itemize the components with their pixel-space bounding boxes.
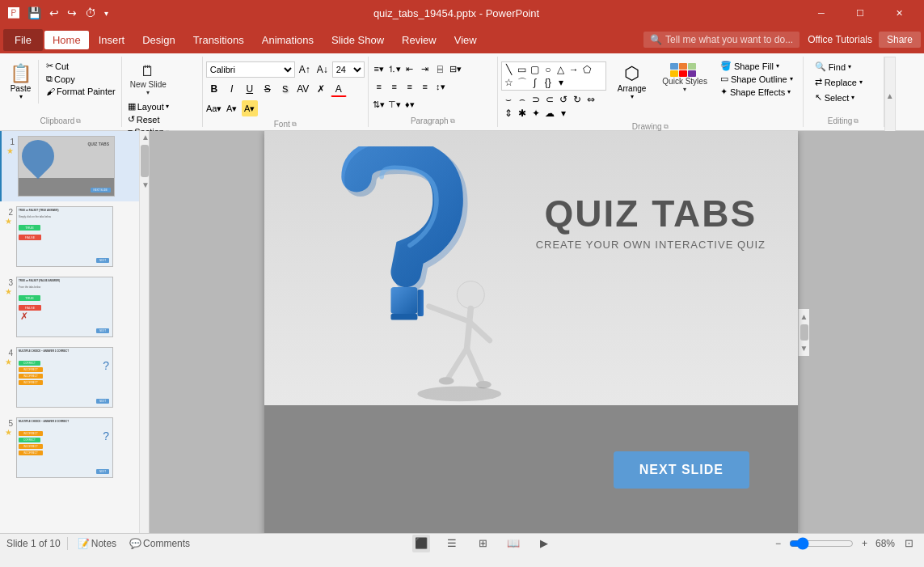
shape2-8[interactable]: ⇕ xyxy=(502,107,515,120)
shapes-expand-btn[interactable]: ▾ xyxy=(557,107,570,120)
shape-curve-btn[interactable]: ⌒ xyxy=(516,76,529,89)
scrollbar-thumb[interactable] xyxy=(141,145,149,177)
shape-outline-button[interactable]: ▭ Shape Outline ▾ xyxy=(717,73,796,85)
bullets-button[interactable]: ≡▾ xyxy=(372,61,386,76)
menu-view[interactable]: View xyxy=(446,31,485,49)
replace-button[interactable]: ⇄ Replace ▾ xyxy=(812,75,866,89)
paste-button[interactable]: 📋 Paste ▾ xyxy=(3,60,39,104)
reading-view-button[interactable]: 📖 xyxy=(504,535,522,552)
shape2-11[interactable]: ☁ xyxy=(543,107,556,120)
convert-to-smartart-button[interactable]: ♦▾ xyxy=(403,97,417,112)
scroll-down-arrow[interactable]: ▼ xyxy=(799,342,810,354)
scroll-up-arrow[interactable]: ▲ xyxy=(799,311,810,323)
menu-home[interactable]: Home xyxy=(44,31,89,49)
scroll-track[interactable] xyxy=(800,324,808,341)
shape2-10[interactable]: ✦ xyxy=(530,107,542,120)
find-button[interactable]: 🔍 Find ▾ xyxy=(812,60,866,74)
shape-rounded-btn[interactable]: ▢ xyxy=(529,63,542,76)
menu-transitions[interactable]: Transitions xyxy=(185,31,252,49)
menu-design[interactable]: Design xyxy=(134,31,183,49)
shape-brace-btn[interactable]: {} xyxy=(542,76,555,89)
outline-view-button[interactable]: ☰ xyxy=(443,535,461,552)
normal-view-button[interactable]: ⬛ xyxy=(412,535,430,552)
quick-styles-button[interactable]: Quick Styles ▾ xyxy=(659,61,711,95)
slide-thumb-4[interactable]: 4 ★ MULTIPLE CHOICE – ANSWER 1 CORRECT C… xyxy=(0,342,149,413)
smart-art-button[interactable]: ⌸ xyxy=(433,61,448,76)
drawing-expand-icon[interactable]: ⧉ xyxy=(664,123,669,131)
align-right-button[interactable]: ≡ xyxy=(403,79,417,94)
scroll-down-btn[interactable]: ▼ xyxy=(140,179,149,191)
slide-sorter-button[interactable]: ⊞ xyxy=(474,535,492,552)
copy-button[interactable]: ⧉ Copy xyxy=(44,73,118,85)
menu-insert[interactable]: Insert xyxy=(91,31,133,49)
align-left-button[interactable]: ≡ xyxy=(372,79,386,94)
font-size-increase-button[interactable]: A↑ xyxy=(297,61,313,78)
cut-button[interactable]: ✂ Cut xyxy=(44,60,118,72)
shape-penta-btn[interactable]: ⬠ xyxy=(580,63,593,76)
numbering-button[interactable]: ⒈▾ xyxy=(387,61,402,76)
shape-more-btn[interactable]: ▾ xyxy=(555,76,567,89)
shape2-5[interactable]: ↺ xyxy=(557,93,570,106)
redo-icon[interactable]: ↪ xyxy=(65,5,78,21)
shape-circle-btn[interactable]: ○ xyxy=(542,63,555,76)
justify-button[interactable]: ≡ xyxy=(418,79,432,94)
slide-thumb-3[interactable]: 3 ★ TRUE or FALSE? (FALSE ANSWER) From t… xyxy=(0,272,149,342)
menu-file[interactable]: File xyxy=(3,29,43,51)
tell-me-input[interactable]: 🔍 Tell me what you want to do... xyxy=(643,32,800,48)
panel-scrollbar[interactable]: ▲ ▼ xyxy=(139,131,149,533)
shadow-button[interactable]: S xyxy=(277,81,293,97)
paragraph-expand-icon[interactable]: ⧉ xyxy=(450,117,455,125)
shape-effects-button[interactable]: ✦ Shape Effects ▾ xyxy=(717,86,796,98)
customize-icon[interactable]: ▾ xyxy=(103,7,110,19)
font-size-select[interactable]: 24 xyxy=(332,61,365,78)
scroll-up-btn[interactable]: ▲ xyxy=(140,131,149,143)
slide-thumb-2[interactable]: 2 ★ TRUE or FALSE? (TRUE ANSWER) Simply … xyxy=(0,201,149,272)
increase-indent-button[interactable]: ⇥ xyxy=(418,61,432,76)
slideshow-button[interactable]: ▶ xyxy=(535,535,553,552)
close-button[interactable]: ✕ xyxy=(880,0,918,26)
menu-review[interactable]: Review xyxy=(394,31,445,49)
clipboard-expand-icon[interactable]: ⧉ xyxy=(76,117,81,125)
scroll-thumb[interactable] xyxy=(800,324,808,341)
font-size-decrease-button[interactable]: A↓ xyxy=(314,61,331,78)
shape-arrow-btn[interactable]: → xyxy=(567,63,580,76)
shape2-4[interactable]: ⊂ xyxy=(543,93,556,106)
shape2-3[interactable]: ⊃ xyxy=(530,93,542,106)
font-color-palette-button[interactable]: A▾ xyxy=(224,100,240,116)
shape-fill-button[interactable]: 🪣 Shape Fill ▾ xyxy=(717,60,796,72)
shape2-6[interactable]: ↻ xyxy=(571,93,584,106)
text-align-button[interactable]: ⊤▾ xyxy=(387,97,402,112)
maximize-button[interactable]: ☐ xyxy=(842,0,879,26)
new-slide-button[interactable]: 🗒 New Slide ▾ xyxy=(125,60,171,99)
line-spacing-button[interactable]: ↕▾ xyxy=(433,79,448,94)
reset-button[interactable]: ↺ Reset xyxy=(125,113,171,125)
bold-button[interactable]: B xyxy=(206,81,222,97)
ribbon-collapse-button[interactable]: ▲ xyxy=(884,57,896,134)
auto-save-icon[interactable]: ⏱ xyxy=(83,5,98,21)
slide-thumb-1[interactable]: 1 ★ QUIZ TABS NEXT SLIDE xyxy=(0,131,149,201)
minimize-button[interactable]: ─ xyxy=(803,0,840,26)
shape2-7[interactable]: ⇔ xyxy=(584,93,597,106)
text-direction-button[interactable]: ⇅▾ xyxy=(372,97,386,112)
save-icon[interactable]: 💾 xyxy=(26,5,43,21)
align-center-button[interactable]: ≡ xyxy=(387,79,402,94)
format-painter-button[interactable]: 🖌 Format Painter xyxy=(44,86,118,97)
strikethrough-button[interactable]: S xyxy=(259,81,276,97)
zoom-in-button[interactable]: + xyxy=(859,538,871,549)
office-tutorials-link[interactable]: Office Tutorials xyxy=(808,34,872,45)
menu-slideshow[interactable]: Slide Show xyxy=(323,31,392,49)
comments-button[interactable]: 💬 Comments xyxy=(126,538,193,549)
font-expand-icon[interactable]: ⧉ xyxy=(292,121,297,129)
share-button[interactable]: Share xyxy=(879,32,921,48)
italic-button[interactable]: I xyxy=(224,81,240,97)
shape2-2[interactable]: ⌢ xyxy=(516,93,529,106)
shape-line-btn[interactable]: ╲ xyxy=(503,63,516,76)
layout-button[interactable]: ▦ Layout ▾ xyxy=(125,100,171,112)
shape-star-btn[interactable]: ☆ xyxy=(503,76,516,89)
clear-format-button[interactable]: ✗ xyxy=(313,81,329,97)
next-slide-button[interactable]: NEXT SLIDE xyxy=(614,451,749,489)
right-scrollbar[interactable]: ▲ ▼ xyxy=(798,309,809,356)
menu-animations[interactable]: Animations xyxy=(254,31,322,49)
slide-thumb-5[interactable]: 5 ★ MULTIPLE CHOICE – ANSWER 2 CORRECT I… xyxy=(0,413,149,483)
shape-tri-btn[interactable]: △ xyxy=(555,63,567,76)
